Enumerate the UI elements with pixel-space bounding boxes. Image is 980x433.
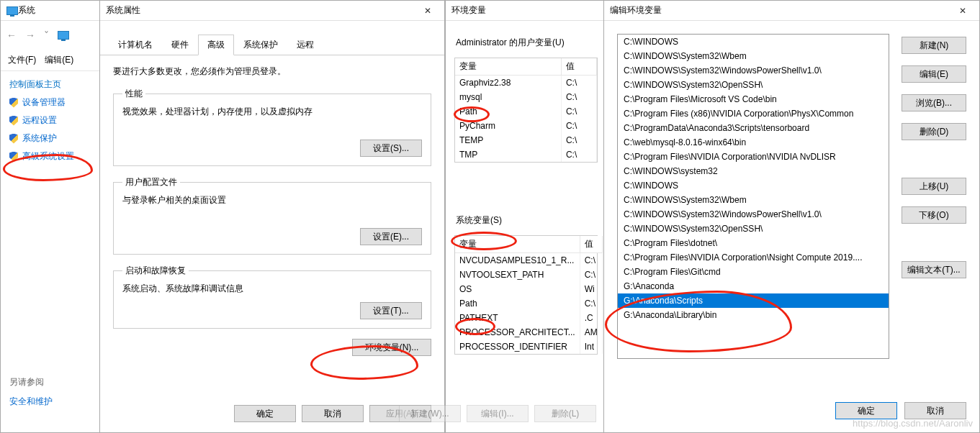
table-row[interactable]: PROCESSOR_ARCHITECT...AM <box>455 325 602 339</box>
list-item[interactable]: C:\WINDOWS\System32\OpenSSH\ <box>618 78 889 92</box>
col-val[interactable]: 值 <box>561 58 596 76</box>
startup-group: 启动和故障恢复 系统启动、系统故障和调试信息 设置(T)... <box>113 265 431 329</box>
list-item[interactable]: C:\Program Files\NVIDIA Corporation\NVID… <box>618 150 889 164</box>
sidebar-remote-settings[interactable]: 远程设置 <box>1 111 100 129</box>
table-row[interactable]: PATHEXT.C <box>455 311 602 325</box>
browse-button[interactable]: 浏览(B)... <box>902 94 966 111</box>
val-cell: C:\ <box>580 268 602 282</box>
list-item[interactable]: G:\Anaconda\Library\bin <box>618 308 889 322</box>
var-cell: PROCESSOR_IDENTIFIER <box>455 339 580 354</box>
security-maintenance[interactable]: 安全和维护 <box>9 393 61 411</box>
sys-vars-table[interactable]: 变量值 NVCUDASAMPLES10_1_R...C:\NVTOOLSEXT_… <box>454 235 598 355</box>
val-cell: Int <box>580 339 602 354</box>
sidebar-advanced-settings[interactable]: 高级系统设置 <box>1 147 100 165</box>
table-row[interactable]: NVTOOLSEXT_PATHC:\ <box>455 268 602 282</box>
tab-computer[interactable]: 计算机名 <box>109 35 162 55</box>
table-row[interactable]: PyCharmC:\ <box>455 119 597 133</box>
system-titlebar: 系统 <box>1 1 100 21</box>
editenv-titlebar: 编辑环境变量 ✕ <box>604 1 979 21</box>
list-item[interactable]: C:\WINDOWS\System32\OpenSSH\ <box>618 222 889 236</box>
cancel-button[interactable]: 取消 <box>904 402 966 419</box>
new-button[interactable]: 新建(W)... <box>399 405 461 422</box>
tab-hardware[interactable]: 硬件 <box>162 35 198 55</box>
edit-button[interactable]: 编辑(I)... <box>467 405 529 422</box>
table-row[interactable]: TEMPC:\ <box>455 133 597 147</box>
user-vars-table[interactable]: 变量值 Graphviz2.38C:\mysqlC:\PathC:\PyChar… <box>454 58 598 163</box>
sidebar-system-protection[interactable]: 系统保护 <box>1 129 100 147</box>
table-row[interactable]: Graphviz2.38C:\ <box>455 76 597 91</box>
table-row[interactable]: PROCESSOR_IDENTIFIERInt <box>455 339 602 354</box>
list-item[interactable]: C:\ProgramData\Anaconda3\Scripts\tensorb… <box>618 121 889 135</box>
val-cell: C:\ <box>561 104 596 119</box>
val-cell: .C <box>580 311 602 325</box>
list-item[interactable]: C:\WINDOWS\System32\WindowsPowerShell\v1… <box>618 63 889 78</box>
var-cell: NVTOOLSEXT_PATH <box>455 268 580 282</box>
close-icon[interactable]: ✕ <box>952 3 974 19</box>
nav-bar: ← → ˅ <box>1 21 100 50</box>
list-item[interactable]: C:\WINDOWS\System32\Wbem <box>618 49 889 63</box>
menu-edit[interactable]: 编辑(E) <box>45 54 73 66</box>
list-item[interactable]: C:\WINDOWS\System32\Wbem <box>618 193 889 207</box>
list-item[interactable]: C:\WINDOWS\system32 <box>618 164 889 178</box>
edit-env-dialog: 编辑环境变量 ✕ C:\WINDOWSC:\WINDOWS\System32\W… <box>603 0 980 433</box>
table-row[interactable]: OSWi <box>455 282 602 296</box>
system-properties-dialog: 系统属性 ✕ 计算机名 硬件 高级 系统保护 远程 要进行大多数更改，您必须作为… <box>99 0 445 433</box>
startup-settings-button[interactable]: 设置(T)... <box>360 302 422 319</box>
up-button[interactable]: 上移(U) <box>902 178 966 195</box>
list-item[interactable]: C:\WINDOWS\System32\WindowsPowerShell\v1… <box>618 207 889 222</box>
delete-button[interactable]: 删除(L) <box>534 405 596 422</box>
list-item[interactable]: C:\WINDOWS <box>618 35 889 49</box>
edit-button[interactable]: 编辑(E) <box>902 65 966 83</box>
var-cell: PyCharm <box>455 119 561 133</box>
ok-button[interactable]: 确定 <box>234 405 296 422</box>
col-var[interactable]: 变量 <box>455 236 580 253</box>
down-button[interactable]: 下移(O) <box>902 206 966 224</box>
table-row[interactable]: TMPC:\ <box>455 147 597 162</box>
monitor-icon <box>6 6 18 15</box>
var-cell: TMP <box>455 147 561 162</box>
env-var-button[interactable]: 环境变量(N)... <box>352 339 431 356</box>
monitor-icon <box>58 31 69 40</box>
tab-remote[interactable]: 远程 <box>287 35 323 55</box>
profile-settings-button[interactable]: 设置(E)... <box>360 228 422 245</box>
col-val[interactable]: 值 <box>580 236 602 253</box>
new-button[interactable]: 新建(N) <box>902 37 966 54</box>
system-title: 系统 <box>18 4 35 17</box>
list-item[interactable]: C:\WINDOWS <box>618 178 889 193</box>
list-item[interactable]: C:\Program Files\NVIDIA Corporation\Nsig… <box>618 250 889 265</box>
list-item[interactable]: C:\web\mysql-8.0.16-winx64\bin <box>618 135 889 150</box>
menu-file[interactable]: 文件(F) <box>8 54 36 66</box>
var-cell: Graphviz2.38 <box>455 76 561 91</box>
delete-button[interactable]: 删除(D) <box>902 123 966 140</box>
list-item[interactable]: C:\Program Files\dotnet\ <box>618 236 889 250</box>
perf-settings-button[interactable]: 设置(S)... <box>360 140 422 157</box>
list-item[interactable]: C:\Program Files (x86)\NVIDIA Corporatio… <box>618 106 889 121</box>
table-row[interactable]: mysqlC:\ <box>455 90 597 104</box>
cancel-button[interactable]: 取消 <box>302 405 364 422</box>
up-arrow-icon[interactable]: ˅ <box>44 29 49 41</box>
edit-text-button[interactable]: 编辑文本(T)... <box>902 261 966 278</box>
perf-desc: 视觉效果，处理器计划，内存使用，以及虚拟内存 <box>122 106 422 118</box>
ok-button[interactable]: 确定 <box>835 402 897 419</box>
envvars-titlebar: 环境变量 <box>446 1 606 21</box>
path-list[interactable]: C:\WINDOWSC:\WINDOWS\System32\WbemC:\WIN… <box>617 34 889 359</box>
col-var[interactable]: 变量 <box>455 58 561 76</box>
table-row[interactable]: PathC:\ <box>455 104 597 119</box>
tab-advanced[interactable]: 高级 <box>198 35 234 55</box>
list-item[interactable]: G:\Anaconda <box>618 279 889 293</box>
list-item[interactable]: C:\Program Files\Microsoft VS Code\bin <box>618 92 889 106</box>
sysprops-titlebar: 系统属性 ✕ <box>100 1 444 21</box>
var-cell: NVCUDASAMPLES10_1_R... <box>455 253 580 268</box>
table-row[interactable]: PathC:\ <box>455 296 602 311</box>
sidebar-device-manager[interactable]: 设备管理器 <box>1 94 100 111</box>
var-cell: Path <box>455 296 580 311</box>
back-arrow-icon[interactable]: ← <box>6 29 17 41</box>
cp-home[interactable]: 控制面板主页 <box>1 71 100 94</box>
list-item[interactable]: G:\Anaconda\Scripts <box>618 293 889 308</box>
close-icon[interactable]: ✕ <box>417 3 439 19</box>
user-vars-label: Administrator 的用户变量(U) <box>446 34 606 52</box>
table-row[interactable]: NVCUDASAMPLES10_1_R...C:\ <box>455 253 602 268</box>
perf-legend: 性能 <box>122 88 145 100</box>
list-item[interactable]: C:\Program Files\Git\cmd <box>618 265 889 279</box>
tab-protection[interactable]: 系统保护 <box>234 35 287 55</box>
